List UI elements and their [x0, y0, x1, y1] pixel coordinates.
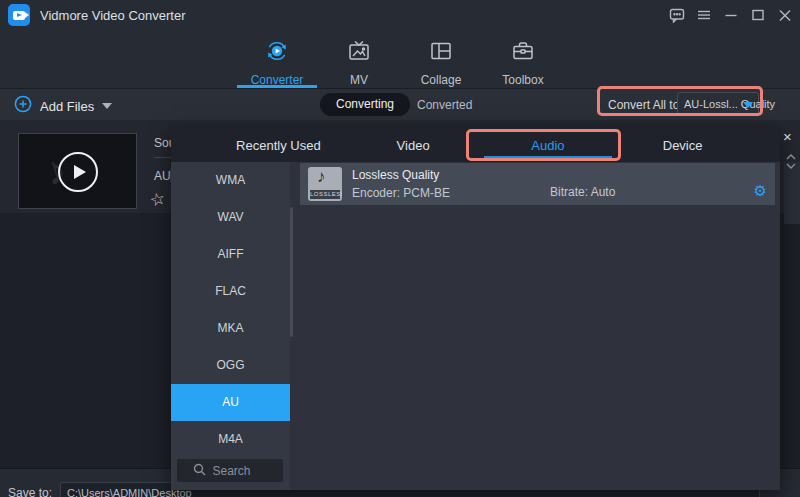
format-panel-tabs: Recently Used Video Audio Device: [171, 128, 780, 162]
converter-icon: [264, 38, 290, 68]
close-icon[interactable]: [776, 6, 794, 24]
search-icon: [193, 462, 206, 480]
music-note-icon: ♪: [317, 167, 326, 187]
save-to-label: Save to:: [8, 486, 52, 497]
play-button[interactable]: [58, 152, 98, 192]
tab-converter[interactable]: Converter: [236, 30, 318, 88]
format-item-wav[interactable]: WAV: [171, 199, 290, 236]
add-files-label: Add Files: [40, 99, 94, 114]
tab-mv-label: MV: [350, 73, 368, 87]
panel-close-icon[interactable]: ×: [783, 128, 792, 145]
minimize-icon[interactable]: [722, 6, 740, 24]
profile-text: Lossless Quality Encoder: PCM-BE: [352, 168, 450, 200]
tab-mv[interactable]: MV: [318, 30, 400, 88]
toolbar: Add Files Converting Converted Convert A…: [0, 88, 800, 120]
tab-collage-label: Collage: [421, 73, 462, 87]
lossless-icon-label: LOSSLESS: [310, 190, 340, 199]
video-thumbnail: ♪: [18, 133, 137, 209]
divider: [154, 157, 172, 158]
format-item-aiff[interactable]: AIFF: [171, 236, 290, 273]
profile-encoder: Encoder: PCM-BE: [352, 186, 450, 200]
profile-row-lossless[interactable]: ♪ LOSSLESS Lossless Quality Encoder: PCM…: [300, 163, 775, 205]
play-icon: [74, 165, 86, 179]
title-bar: Vidmore Video Converter: [0, 0, 800, 30]
gear-icon[interactable]: ⚙: [754, 183, 767, 198]
add-files-button[interactable]: Add Files: [14, 95, 112, 117]
titlebar-controls: [668, 0, 794, 30]
converting-tab[interactable]: Converting: [320, 93, 410, 116]
main-nav: Converter MV Collage Toolbox: [0, 30, 800, 88]
convert-all-dropdown[interactable]: AU-Lossl... Quality: [677, 92, 759, 116]
feedback-icon[interactable]: [668, 6, 686, 24]
app-title: Vidmore Video Converter: [40, 8, 186, 23]
app-logo-icon: [8, 4, 30, 26]
format-item-m4a[interactable]: M4A: [171, 421, 290, 458]
active-panel-tab-underline: [484, 156, 612, 158]
maximize-icon[interactable]: [749, 6, 767, 24]
convert-all-value: AU-Lossl... Quality: [684, 98, 775, 110]
tab-toolbox-label: Toolbox: [502, 73, 543, 87]
audio-format-list: WMA WAV AIFF FLAC MKA OGG AU M4A: [171, 162, 290, 490]
tab-device[interactable]: Device: [615, 128, 750, 162]
tab-video[interactable]: Video: [346, 128, 481, 162]
tab-collage[interactable]: Collage: [400, 30, 482, 88]
converted-tab[interactable]: Converted: [417, 98, 472, 112]
profile-bitrate: Bitrate: Auto: [550, 185, 615, 199]
output-format-panel: Recently Used Video Audio Device WMA WAV…: [171, 128, 780, 490]
profile-list: ♪ LOSSLESS Lossless Quality Encoder: PCM…: [290, 162, 780, 490]
tab-audio-label: Audio: [531, 138, 564, 153]
format-item-mka[interactable]: MKA: [171, 310, 290, 347]
chevron-up-icon[interactable]: [785, 147, 797, 155]
format-item-wma[interactable]: WMA: [171, 162, 290, 199]
tab-toolbox[interactable]: Toolbox: [482, 30, 564, 88]
collage-icon: [428, 38, 454, 68]
add-files-caret-icon: [102, 103, 112, 109]
chevron-down-icon[interactable]: [785, 156, 797, 164]
file-format-label: AU: [154, 169, 171, 183]
format-item-au-selected[interactable]: AU: [171, 384, 290, 421]
plus-circle-icon: [14, 95, 32, 117]
mv-icon: [346, 38, 372, 68]
format-item-ogg[interactable]: OGG: [171, 347, 290, 384]
dropdown-caret-icon: [743, 102, 753, 108]
hidden-row-fragment: [784, 162, 800, 224]
menu-icon[interactable]: [695, 6, 713, 24]
format-search-box[interactable]: [177, 459, 283, 482]
profile-title: Lossless Quality: [352, 168, 450, 182]
toolbox-icon: [510, 38, 536, 68]
format-item-flac[interactable]: FLAC: [171, 273, 290, 310]
format-panel-body: WMA WAV AIFF FLAC MKA OGG AU M4A ♪ LOSS: [171, 162, 780, 490]
lossless-format-icon: ♪ LOSSLESS: [308, 167, 342, 201]
search-input[interactable]: [213, 464, 268, 478]
convert-all-label: Convert All to:: [608, 98, 683, 112]
app-window: Vidmore Video Converter: [0, 0, 800, 497]
tab-recently-used[interactable]: Recently Used: [211, 128, 346, 162]
tab-audio[interactable]: Audio: [481, 128, 616, 162]
